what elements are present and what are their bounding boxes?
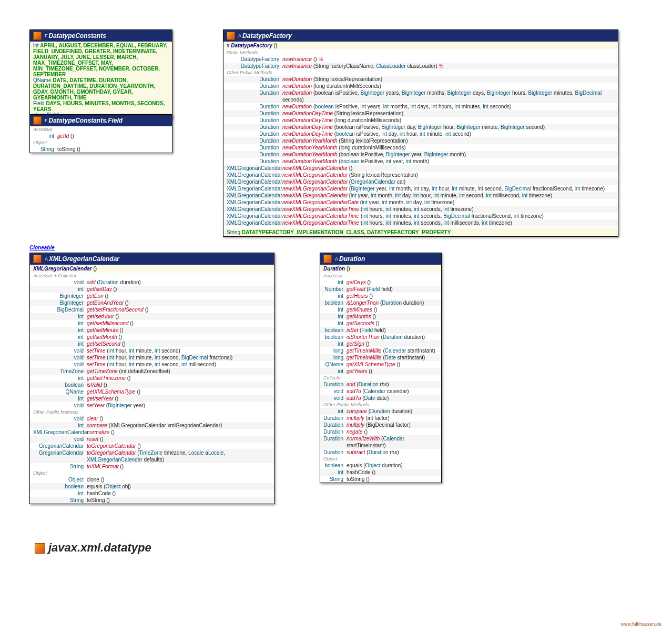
method-row: DurationnormalizeWith (Calendar startTim…: [320, 435, 441, 449]
method-row: intgetMinutes (): [320, 306, 441, 313]
constructor: XMLGregorianCalendar: [33, 266, 92, 272]
section-label: Collector: [320, 375, 441, 381]
method-row: voidsetTime (int hour, int minute, int s…: [30, 361, 274, 368]
method-row: XMLGregorianCalendarnewXMLGregorianCalen…: [223, 165, 618, 172]
method-row: booleanisValid (): [30, 382, 274, 388]
method-row: StringtoString (): [30, 146, 172, 153]
method-row: XMLGregorianCalendarnewXMLGregorianCalen…: [223, 199, 618, 206]
class-header: FDatatypeConstants.Field: [30, 115, 172, 126]
method-row: intcompare (XMLGregorianCalendar xmlGreg…: [30, 422, 274, 429]
method-row: voidsetTime (int hour, int minute, int s…: [30, 347, 274, 354]
method-row: intgetYears (): [320, 368, 441, 375]
method-row: QNamegetXMLSchemaType (): [30, 388, 274, 395]
method-row: intget/setMinute (): [30, 327, 274, 334]
method-row: DurationnewDurationYearMonth (boolean is…: [223, 158, 618, 165]
method-row: BigDecimalget/setFractionalSecond (): [30, 306, 274, 313]
method-row: voidsetYear (BigInteger year): [30, 402, 274, 409]
method-row: StringtoString (): [320, 476, 441, 483]
method-row: DurationnewDurationDayTime (boolean isPo…: [223, 124, 618, 131]
method-row: TimeZonegetTimeZone (int defaultZoneoffs…: [30, 368, 274, 375]
constructor: DatatypeFactory: [231, 43, 272, 48]
method-row: XMLGregorianCalendarnewXMLGregorianCalen…: [223, 178, 618, 185]
method-row: inthashCode (): [320, 469, 441, 476]
method-row: XMLGregorianCalendarnewXMLGregorianCalen…: [223, 206, 618, 213]
string-constants: DATATYPEFACTORY_IMPLEMENTATION_CLASS, DA…: [242, 229, 451, 235]
method-row: DurationnewDurationDayTime (String lexic…: [223, 110, 618, 117]
method-row: DurationnewDurationYearMonth (String lex…: [223, 137, 618, 144]
cloneable-link[interactable]: Cloneable: [29, 245, 55, 250]
class-icon: [33, 255, 42, 263]
package-icon: [35, 543, 45, 554]
class-datatypeconstants-field: FDatatypeConstants.Field AccessorintgetI…: [29, 114, 172, 153]
method-row: GregorianCalendartoGregorianCalendar (Ti…: [30, 449, 274, 463]
method-row: intget/setSecond (): [30, 340, 274, 347]
method-row: booleanequals (Object duration): [320, 462, 441, 469]
class-title: DatatypeFactory: [242, 32, 292, 39]
section-label: Object: [320, 456, 441, 462]
class-title: DatatypeConstants.Field: [49, 117, 123, 124]
method-row: NumbergetField (Field field): [320, 286, 441, 293]
method-row: intget/setMillisecond (): [30, 320, 274, 327]
class-title: XMLGregorianCalendar: [49, 255, 119, 263]
method-row: intgetDays (): [320, 279, 441, 286]
method-row: intcompare (Duration duration): [320, 408, 441, 415]
class-header: FDatatypeConstants: [30, 30, 172, 42]
class-icon: [33, 32, 42, 40]
class-header: ADatatypeFactory: [223, 30, 618, 42]
method-row: StringtoXMLFormat (): [30, 463, 274, 470]
class-title: DatatypeConstants: [49, 32, 106, 39]
method-row: longgetTimeInMillis (Calendar startInsta…: [320, 347, 441, 354]
method-row: Durationadd (Duration rhs): [320, 381, 441, 388]
class-icon: [33, 116, 42, 125]
method-row: voidreset (): [30, 436, 274, 443]
method-row: booleanisLongerThan (Duration duration): [320, 299, 441, 306]
class-datatypefactory: ADatatypeFactory # DatatypeFactory () St…: [223, 29, 618, 237]
class-header: AXMLGregorianCalendar: [30, 253, 274, 265]
class-title: Duration: [339, 255, 365, 263]
method-row: longgetTimeInMillis (Date startInstant): [320, 354, 441, 361]
method-row: voidaddTo (Calendar calendar): [320, 388, 441, 395]
class-header: ADuration: [320, 253, 441, 265]
constructor: Duration: [323, 266, 345, 272]
method-row: Durationnegate (): [320, 428, 441, 435]
method-row: XMLGregorianCalendarnewXMLGregorianCalen…: [223, 213, 618, 219]
method-row: voidadd (Duration duration): [30, 279, 274, 286]
method-row: DurationnewDuration (String lexicalRepre…: [223, 76, 618, 83]
int-constants: APRIL, AUGUST, DECEMBER, EQUAL, FEBRUARY…: [33, 43, 167, 77]
method-row: XMLGregorianCalendarnewXMLGregorianCalen…: [223, 172, 618, 178]
constants-band: String DATATYPEFACTORY_IMPLEMENTATION_CL…: [223, 228, 618, 236]
method-row: XMLGregorianCalendarnewXMLGregorianCalen…: [223, 185, 618, 192]
canvas: FDatatypeConstants int APRIL, AUGUST, DE…: [0, 0, 672, 632]
method-row: Objectclone (): [30, 476, 274, 483]
method-row: intget/setTimezone (): [30, 375, 274, 382]
method-row: Durationmultiply (BigDecimal factor): [320, 422, 441, 428]
field-constants: DAYS, HOURS, MINUTES, MONTHS, SECONDS, Y…: [33, 101, 165, 112]
method-row: XMLGregorianCalendarnormalize (): [30, 429, 274, 436]
method-row: booleanisSet (Field field): [320, 327, 441, 334]
method-row: voidaddTo (Date date): [320, 395, 441, 402]
section-label: Accessor: [320, 273, 441, 279]
method-row: booleanisShorterThan (Duration duration): [320, 334, 441, 340]
method-row: DurationnewDurationDayTime (boolean isPo…: [223, 131, 618, 137]
credit-link[interactable]: www.falkhausen.de: [620, 621, 661, 627]
method-row: intget/setMonth (): [30, 334, 274, 340]
method-row: Durationsubtract (Duration rhs): [320, 449, 441, 456]
method-row: QNamegetXMLSchemaType (): [320, 361, 441, 368]
method-row: intgetMonths (): [320, 313, 441, 320]
class-icon: [227, 32, 235, 40]
method-row: booleanequals (Object obj): [30, 483, 274, 490]
method-row: intget/setHour (): [30, 313, 274, 320]
constants-band: int APRIL, AUGUST, DECEMBER, EQUAL, FEBR…: [30, 42, 172, 119]
method-row: intgetId (): [30, 133, 172, 139]
method-row: Durationmultiply (int factor): [320, 415, 441, 422]
section-label: Accessor + Collector: [30, 273, 274, 279]
method-row: DurationnewDurationYearMonth (boolean is…: [223, 151, 618, 158]
method-row: DurationnewDuration (boolean isPositive,…: [223, 103, 618, 110]
method-row: voidclear (): [30, 415, 274, 422]
method-row: DurationnewDuration (boolean isPositive,…: [223, 89, 618, 103]
method-row: intgetHours (): [320, 293, 441, 299]
method-row: GregorianCalendartoGregorianCalendar (): [30, 443, 274, 449]
method-row: BigIntegergetEon (): [30, 293, 274, 299]
class-duration: ADuration Duration () AccessorintgetDays…: [320, 253, 442, 483]
section-label: Other Public Methods: [30, 409, 274, 415]
